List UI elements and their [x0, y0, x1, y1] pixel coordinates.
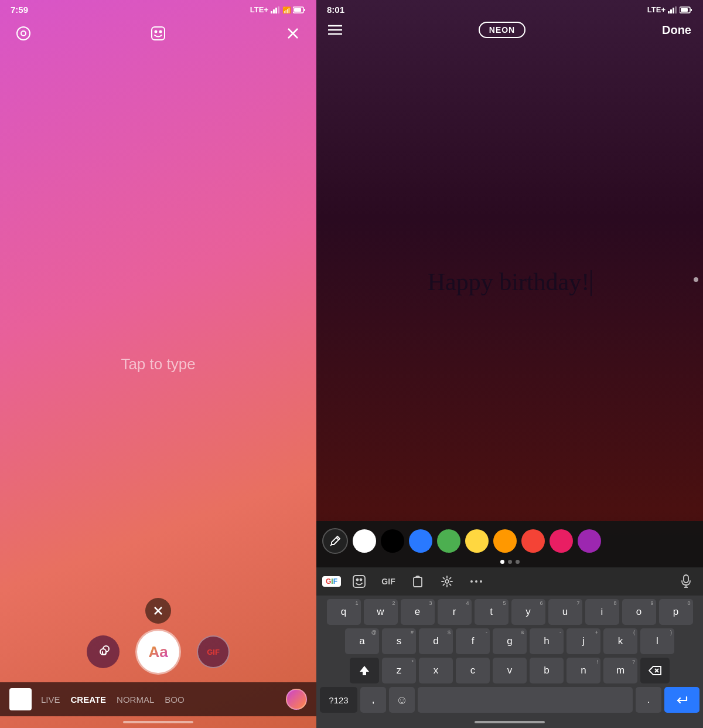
right-battery-icon [680, 6, 692, 13]
close-btn-area [0, 598, 316, 624]
kb-sticker-button[interactable] [348, 572, 370, 591]
key-b[interactable]: b [530, 658, 564, 683]
color-black[interactable] [381, 529, 404, 553]
color-orange[interactable] [493, 529, 517, 553]
key-m[interactable]: m? [603, 658, 637, 683]
key-j[interactable]: j+ [567, 628, 600, 654]
key-s[interactable]: s# [382, 628, 416, 654]
svg-rect-1 [273, 9, 275, 13]
right-status-right: LTE+ [647, 5, 692, 14]
color-white[interactable] [353, 529, 376, 553]
svg-rect-7 [304, 9, 305, 11]
key-c[interactable]: c [456, 658, 490, 683]
key-u[interactable]: u7 [548, 599, 582, 625]
svg-point-37 [480, 580, 482, 583]
key-n[interactable]: n! [567, 658, 600, 683]
color-purple[interactable] [578, 529, 601, 553]
emoji-key[interactable]: ☺ [389, 687, 415, 713]
canvas-area[interactable]: Happy birthday! [316, 43, 703, 521]
right-home-indicator [316, 716, 703, 728]
key-k[interactable]: k( [603, 628, 637, 654]
svg-rect-23 [681, 8, 688, 12]
page-dot-1 [500, 560, 504, 564]
key-x[interactable]: x [419, 658, 453, 683]
mode-boomerang[interactable]: BOO [165, 695, 184, 705]
left-home-bar [123, 721, 193, 723]
key-q[interactable]: q1 [327, 599, 361, 625]
kb-settings-button[interactable] [436, 572, 458, 591]
delete-key[interactable] [640, 658, 670, 683]
mode-create[interactable]: CREATE [71, 695, 107, 705]
keyboard: q1 w2 e3 r4 t5 y6 u7 i8 o9 p0 a@ s# d$ f… [316, 596, 703, 716]
mode-normal[interactable]: NORMAL [117, 695, 154, 705]
color-swatch[interactable] [9, 688, 32, 710]
mode-items: LIVE CREATE NORMAL BOO [41, 695, 286, 705]
key-v[interactable]: v [493, 658, 527, 683]
kb-clipboard-button[interactable] [407, 572, 429, 591]
key-d[interactable]: d$ [419, 628, 453, 654]
num-key[interactable]: ?123 [320, 687, 357, 713]
color-blue[interactable] [409, 529, 432, 553]
key-o[interactable]: o9 [622, 599, 656, 625]
svg-rect-0 [271, 11, 272, 13]
right-signal: LTE+ [647, 5, 666, 14]
shift-key[interactable] [350, 658, 379, 683]
cancel-button[interactable] [145, 598, 171, 624]
color-yellow[interactable] [465, 529, 489, 553]
scroll-indicator [694, 277, 698, 282]
left-time: 7:59 [11, 5, 28, 15]
key-a[interactable]: a@ [345, 628, 379, 654]
kb-gif-text-button[interactable]: GIF [377, 572, 400, 591]
mention-button[interactable] [87, 635, 120, 668]
kb-gif-button[interactable]: GIF [322, 576, 341, 587]
svg-rect-3 [278, 6, 279, 13]
text-tool-label: Aa [148, 643, 168, 661]
text-cursor [591, 270, 592, 296]
comma-key[interactable]: , [360, 687, 386, 713]
color-pagination [316, 557, 703, 567]
svg-line-29 [330, 545, 332, 546]
color-red[interactable] [521, 529, 545, 553]
eyedropper-button[interactable] [322, 528, 348, 554]
font-style-badge[interactable]: NEON [479, 22, 525, 38]
text-tool-button[interactable]: Aa [137, 631, 179, 673]
color-green[interactable] [437, 529, 460, 553]
done-button[interactable]: Done [662, 23, 691, 37]
key-l[interactable]: l) [640, 628, 674, 654]
key-i[interactable]: i8 [585, 599, 619, 625]
mode-live[interactable]: LIVE [41, 695, 60, 705]
gif-button[interactable]: GIF [197, 635, 230, 668]
svg-point-8 [17, 27, 30, 40]
key-f[interactable]: f- [456, 628, 490, 654]
kb-more-button[interactable] [465, 572, 487, 591]
close-icon[interactable] [282, 23, 303, 44]
svg-text:📶: 📶 [282, 6, 291, 13]
svg-point-9 [21, 31, 26, 36]
svg-rect-38 [684, 575, 688, 583]
kb-mic-button[interactable] [675, 572, 697, 591]
return-key[interactable] [664, 687, 699, 713]
left-top-icons [0, 17, 316, 50]
left-panel: 7:59 LTE+ 📶 [0, 0, 316, 728]
key-r[interactable]: r4 [438, 599, 472, 625]
key-p[interactable]: p0 [659, 599, 693, 625]
svg-marker-41 [360, 666, 369, 675]
key-t[interactable]: t5 [475, 599, 509, 625]
key-g[interactable]: g& [493, 628, 527, 654]
left-signal: LTE+ [250, 5, 268, 14]
key-z[interactable]: z* [382, 658, 416, 683]
key-y[interactable]: y6 [511, 599, 545, 625]
sticker-icon[interactable] [148, 23, 169, 44]
settings-icon[interactable] [13, 23, 34, 44]
menu-button[interactable] [328, 25, 342, 35]
wifi-icon: 📶 [282, 6, 291, 13]
period-key[interactable]: . [636, 687, 661, 713]
space-key[interactable] [418, 687, 633, 713]
key-w[interactable]: w2 [364, 599, 398, 625]
key-h[interactable]: h- [530, 628, 564, 654]
tap-to-type-label[interactable]: Tap to type [121, 355, 195, 373]
color-picker-button[interactable] [286, 689, 307, 710]
key-e[interactable]: e3 [401, 599, 435, 625]
color-pink[interactable] [550, 529, 573, 553]
svg-point-35 [470, 580, 473, 583]
